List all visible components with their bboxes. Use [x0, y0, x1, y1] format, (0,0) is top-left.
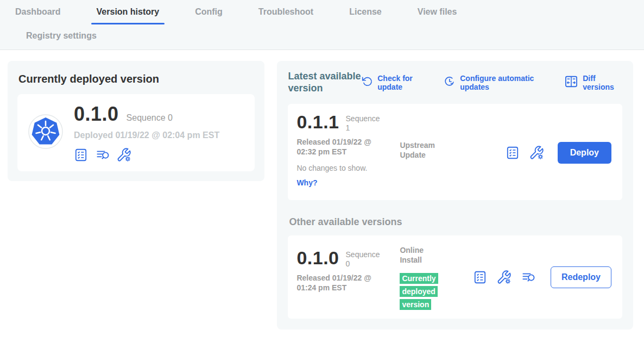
available-versions-panel: Latest available version Check for updat…	[277, 61, 633, 330]
refresh-icon	[361, 76, 373, 90]
edit-config-icon[interactable]	[529, 145, 544, 160]
tab-troubleshoot[interactable]: Troubleshoot	[253, 7, 319, 24]
latest-version-card: 0.1.1 Sequence 1 Released 01/19/22 @ 02:…	[288, 104, 622, 200]
other-available-versions-title: Other available versions	[289, 216, 622, 228]
deployed-action-icons	[74, 147, 219, 163]
nav-row-secondary: Registry settings	[0, 24, 644, 49]
other-version-info: 0.1.0 Sequence 0 Released 01/19/22 @ 01:…	[296, 244, 400, 310]
view-logs-icon[interactable]	[95, 148, 111, 162]
other-released-timestamp: Released 01/19/22 @ 01:24 pm EST	[296, 273, 386, 293]
tab-config[interactable]: Config	[190, 7, 228, 24]
deployed-sequence-label: Sequence 0	[127, 113, 173, 123]
latest-version-header: Latest available version Check for updat…	[288, 71, 622, 94]
tab-registry-settings[interactable]: Registry settings	[21, 31, 102, 41]
why-link[interactable]: Why?	[296, 178, 317, 187]
no-changes-note: No changes to show.	[296, 164, 400, 172]
preflight-checklist-icon[interactable]	[74, 148, 88, 162]
latest-version-actions: Deploy	[506, 142, 611, 164]
latest-version-source-col: Upstream Update	[400, 113, 505, 192]
currently-deployed-title: Currently deployed version	[18, 73, 254, 85]
tab-dashboard[interactable]: Dashboard	[10, 7, 66, 24]
top-navigation: Dashboard Version history Config Trouble…	[0, 0, 644, 50]
kubernetes-logo-icon	[28, 114, 63, 151]
online-install-label: Online Install	[400, 245, 444, 265]
deployed-version-card: 0.1.0 Sequence 0 Deployed 01/19/22 @ 02:…	[17, 94, 255, 171]
latest-version-info: 0.1.1 Sequence 1 Released 01/19/22 @ 02:…	[296, 113, 400, 192]
deployed-timestamp: Deployed 01/19/22 @ 02:04 pm EST	[74, 130, 219, 140]
latest-version-number: 0.1.1	[296, 113, 339, 132]
view-logs-icon[interactable]	[521, 270, 537, 284]
currently-deployed-badge: Currently deployed version	[400, 273, 438, 310]
tab-version-history[interactable]: Version history	[91, 7, 165, 24]
preflight-checklist-icon[interactable]	[473, 270, 487, 284]
other-version-actions: Redeploy	[473, 266, 611, 288]
tab-license[interactable]: License	[344, 7, 387, 24]
deployed-version-info: 0.1.0 Sequence 0 Deployed 01/19/22 @ 02:…	[74, 103, 219, 163]
check-for-update-label: Check for update	[377, 74, 421, 91]
configure-automatic-updates-label: Configure automatic updates	[460, 74, 541, 91]
diff-versions-label: Diff versions	[583, 74, 622, 91]
currently-deployed-panel: Currently deployed version	[8, 61, 264, 181]
diff-icon	[564, 74, 578, 91]
version-history-page: Currently deployed version	[0, 50, 644, 340]
tab-view-files[interactable]: View files	[412, 7, 463, 24]
latest-available-title: Latest available version	[288, 71, 361, 94]
other-sequence-label: Sequence 0	[346, 250, 385, 269]
deploy-button[interactable]: Deploy	[558, 142, 611, 164]
currently-deployed-badge-wrap: Currently deployed version	[400, 272, 440, 311]
latest-released-timestamp: Released 01/19/22 @ 02:32 pm EST	[296, 137, 386, 157]
edit-config-icon[interactable]	[496, 270, 512, 285]
other-version-number: 0.1.0	[296, 248, 339, 268]
latest-sequence-label: Sequence 1	[346, 114, 385, 133]
edit-config-icon[interactable]	[116, 147, 131, 163]
diff-versions-link[interactable]: Diff versions	[564, 74, 622, 91]
other-version-card: 0.1.0 Sequence 0 Released 01/19/22 @ 01:…	[288, 235, 622, 318]
redeploy-button[interactable]: Redeploy	[551, 266, 611, 288]
preflight-checklist-icon[interactable]	[506, 146, 520, 160]
configure-automatic-updates-link[interactable]: Configure automatic updates	[444, 74, 541, 91]
deployed-version-number: 0.1.0	[74, 103, 119, 126]
check-for-update-link[interactable]: Check for update	[361, 74, 421, 91]
upstream-update-label: Upstream Update	[400, 140, 444, 160]
schedule-icon	[444, 76, 456, 90]
other-version-source-col: Online Install Currently deployed versio…	[400, 244, 473, 310]
nav-row-primary: Dashboard Version history Config Trouble…	[0, 7, 644, 24]
